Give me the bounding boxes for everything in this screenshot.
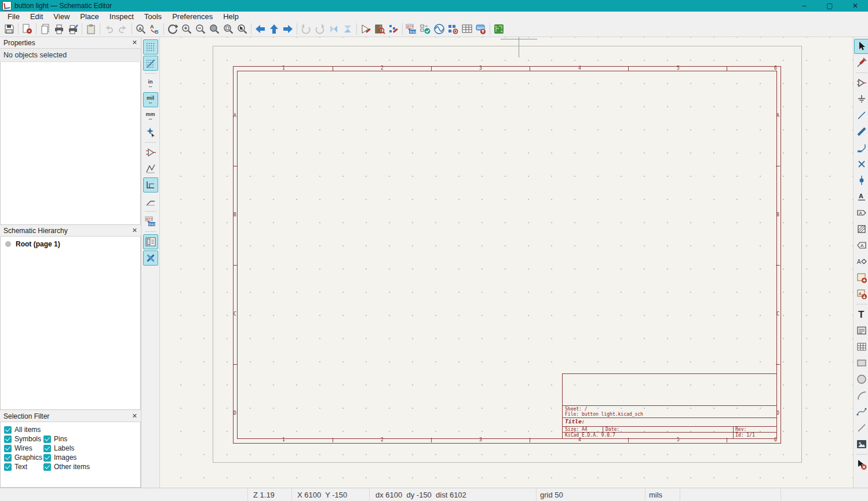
checkbox-checked-icon[interactable]: [4, 463, 12, 471]
filter-pins[interactable]: Pins: [43, 435, 67, 443]
net-label-tool-button[interactable]: A: [854, 189, 868, 204]
fields-table-button[interactable]: [460, 22, 474, 36]
hierarchy-navigator-button[interactable]: [143, 234, 158, 249]
menu-edit[interactable]: Edit: [25, 12, 48, 21]
checkbox-checked-icon[interactable]: [43, 463, 51, 471]
save-button[interactable]: [2, 22, 16, 36]
hierarchical-label-tool-button[interactable]: A: [854, 238, 868, 253]
global-label-tool-button[interactable]: A: [854, 205, 868, 220]
checkbox-checked-icon[interactable]: [4, 426, 12, 434]
filter-symbols[interactable]: Symbols: [4, 435, 43, 443]
junction-tool-button[interactable]: [854, 173, 868, 188]
plot-button[interactable]: [66, 22, 80, 36]
line-tool-button[interactable]: [854, 420, 868, 435]
selection-filter-close-icon[interactable]: ✕: [132, 412, 137, 420]
hierarchy-root-item[interactable]: Root (page 1): [1, 237, 140, 248]
schematic-setup-button[interactable]: [20, 22, 34, 36]
properties-close-icon[interactable]: ✕: [132, 39, 137, 46]
nav-up-button[interactable]: [267, 22, 281, 36]
checkbox-checked-icon[interactable]: [4, 435, 12, 443]
text-box-tool-button[interactable]: [854, 323, 868, 338]
mirror-horizontal-button[interactable]: [341, 22, 355, 36]
delete-tool-button[interactable]: [854, 457, 868, 472]
table-tool-button[interactable]: [854, 339, 868, 354]
filter-text[interactable]: Text: [4, 463, 43, 471]
zoom-in-button[interactable]: [180, 22, 194, 36]
zoom-selection-button[interactable]: [235, 22, 249, 36]
wire-45-angle-button[interactable]: [143, 194, 158, 209]
show-hidden-pins-button[interactable]: [143, 145, 158, 160]
erc-button[interactable]: [418, 22, 432, 36]
symbol-browser-button[interactable]: [373, 22, 386, 36]
place-power-tool-button[interactable]: [854, 92, 868, 107]
text-tool-button[interactable]: T: [854, 307, 868, 322]
annotate-button[interactable]: R??R42: [404, 22, 418, 36]
print-button[interactable]: [52, 22, 66, 36]
arc-tool-button[interactable]: [854, 388, 868, 403]
circle-tool-button[interactable]: [854, 372, 868, 387]
checkbox-checked-icon[interactable]: [4, 454, 12, 462]
checkbox-checked-icon[interactable]: [43, 454, 51, 462]
net-class-directive-tool-button[interactable]: [854, 222, 868, 237]
redo-button[interactable]: [116, 22, 130, 36]
units-inches-button[interactable]: in↔: [143, 76, 158, 91]
checkbox-checked-icon[interactable]: [43, 435, 51, 443]
nav-forward-button[interactable]: [281, 22, 295, 36]
rotate-cw-button[interactable]: [313, 22, 327, 36]
refresh-view-button[interactable]: [166, 22, 180, 36]
filter-other-items[interactable]: Other items: [43, 463, 90, 471]
menu-preferences[interactable]: Preferences: [167, 12, 218, 21]
hierarchy-close-icon[interactable]: ✕: [132, 227, 137, 234]
page-settings-button[interactable]: [38, 22, 52, 36]
import-sheet-pin-tool-button[interactable]: A: [854, 286, 868, 302]
menu-place[interactable]: Place: [75, 12, 104, 21]
menu-view[interactable]: View: [48, 12, 75, 21]
zoom-fit-button[interactable]: [207, 22, 221, 36]
nav-back-button[interactable]: [253, 22, 267, 36]
units-mils-button[interactable]: mil↔: [143, 92, 158, 107]
menu-tools[interactable]: Tools: [139, 12, 167, 21]
minimize-button[interactable]: –: [792, 0, 817, 12]
units-mm-button[interactable]: mm↔: [143, 108, 158, 124]
menu-help[interactable]: Help: [218, 12, 244, 21]
checkbox-checked-icon[interactable]: [4, 445, 12, 452]
filter-all-items[interactable]: All items: [4, 426, 41, 434]
maximize-button[interactable]: ▢: [817, 0, 843, 12]
pcb-editor-button[interactable]: [492, 22, 506, 36]
footprint-editor-button[interactable]: [386, 22, 400, 36]
zoom-objects-button[interactable]: [221, 22, 235, 36]
no-connect-tool-button[interactable]: [854, 157, 868, 172]
wire-free-angle-button[interactable]: [143, 161, 158, 176]
annotate-auto-button[interactable]: R??R42: [143, 214, 158, 229]
bus-entry-tool-button[interactable]: [854, 140, 868, 155]
bus-tool-button[interactable]: [854, 124, 868, 139]
checkbox-checked-icon[interactable]: [43, 445, 51, 452]
zoom-out-button[interactable]: [194, 22, 207, 36]
find-button[interactable]: A: [134, 22, 148, 36]
rectangle-tool-button[interactable]: [854, 355, 868, 371]
hierarchical-sheet-tool-button[interactable]: [854, 270, 868, 285]
wire-tool-button[interactable]: [854, 108, 868, 123]
simulator-button[interactable]: [432, 22, 446, 36]
filter-images[interactable]: Images: [43, 453, 76, 462]
mirror-vertical-button[interactable]: [327, 22, 341, 36]
filter-labels[interactable]: Labels: [43, 444, 74, 452]
close-button[interactable]: ✕: [843, 0, 868, 12]
undo-button[interactable]: [102, 22, 116, 36]
wire-hv-angle-button[interactable]: [143, 177, 158, 193]
bezier-tool-button[interactable]: [854, 404, 868, 419]
filter-graphics[interactable]: Graphics: [4, 453, 43, 462]
paste-button[interactable]: [84, 22, 98, 36]
rotate-ccw-button[interactable]: [299, 22, 313, 36]
show-grid-button[interactable]: [143, 39, 158, 55]
filter-wires[interactable]: Wires: [4, 444, 43, 452]
crosshair-style-button[interactable]: [143, 125, 158, 140]
symbol-editor-button[interactable]: [359, 22, 373, 36]
menu-inspect[interactable]: Inspect: [104, 12, 139, 21]
schematic-canvas[interactable]: 1 2 3 4 5 6 1 2 3 4 5 6 A B C D A B C D: [160, 37, 853, 488]
sheet-pin-tool-button[interactable]: A: [854, 254, 868, 269]
find-replace-button[interactable]: AB: [148, 22, 162, 36]
properties-manager-button[interactable]: [143, 251, 158, 266]
highlight-net-tool-button[interactable]: [854, 55, 868, 70]
grid-overrides-button[interactable]: [143, 56, 158, 71]
